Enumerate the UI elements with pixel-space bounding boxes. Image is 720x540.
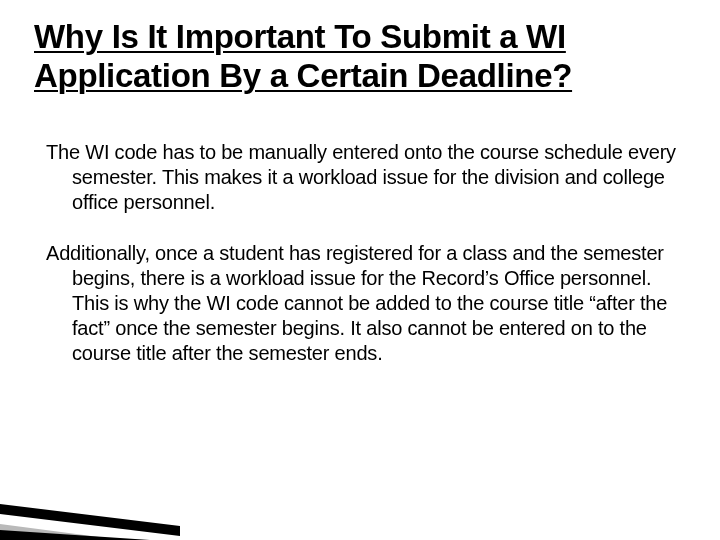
slide: Why Is It Important To Submit a WI Appli… [0, 0, 720, 540]
corner-decoration-icon [0, 490, 180, 540]
svg-marker-1 [0, 530, 150, 540]
svg-marker-0 [0, 524, 122, 540]
paragraph-2: Additionally, once a student has registe… [46, 241, 686, 366]
slide-title: Why Is It Important To Submit a WI Appli… [34, 18, 686, 96]
slide-body: The WI code has to be manually entered o… [34, 140, 686, 366]
paragraph-1: The WI code has to be manually entered o… [46, 140, 686, 215]
svg-marker-2 [0, 504, 180, 536]
